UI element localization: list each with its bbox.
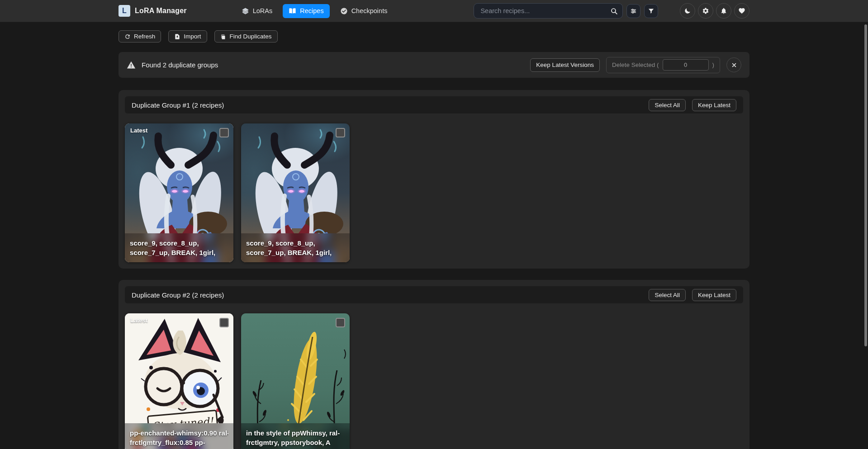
find-duplicates-label: Find Duplicates xyxy=(230,33,272,40)
settings-button[interactable] xyxy=(698,3,713,19)
delete-selected-label: Delete Selected ( xyxy=(612,61,659,68)
sliders-icon xyxy=(630,8,637,14)
group-header: Duplicate Group #1 (2 recipes) Select Al… xyxy=(125,96,743,113)
duplicates-alert-bar: Found 2 duplicate groups Keep Latest Ver… xyxy=(119,52,749,78)
duplicate-group-panel: Duplicate Group #2 (2 recipes) Select Al… xyxy=(119,280,749,449)
recipe-card[interactable]: Latest score_9, score_8_up, score_7_up, … xyxy=(125,123,233,262)
toolbar: Refresh Import Find Duplicates xyxy=(119,30,749,43)
duplicates-icon xyxy=(220,33,227,40)
refresh-label: Refresh xyxy=(134,33,155,40)
refresh-button[interactable]: Refresh xyxy=(119,30,161,43)
duplicate-group-panel: Duplicate Group #1 (2 recipes) Select Al… xyxy=(119,90,749,269)
tab-label: LoRAs xyxy=(253,7,273,14)
recipe-caption: score_9, score_8_up, score_7_up, BREAK, … xyxy=(241,233,350,262)
keep-latest-button[interactable]: Keep Latest xyxy=(692,289,736,301)
tab-label: Recipes xyxy=(300,7,323,14)
caption-line: pp-enchanted-whimsy:0.90 ral- xyxy=(130,429,228,438)
search-input[interactable] xyxy=(480,7,610,14)
search-box xyxy=(474,3,623,19)
close-icon xyxy=(731,62,737,68)
page-title: LoRA Manager xyxy=(135,7,187,15)
recipe-caption: score_9, score_8_up, score_7_up, BREAK, … xyxy=(125,233,233,262)
gear-icon xyxy=(702,7,709,14)
group-title: Duplicate Group #1 (2 recipes) xyxy=(132,101,224,109)
scrollbar[interactable] xyxy=(863,0,868,449)
topbar: L LoRA Manager LoRAs Recipes Checkpoints xyxy=(0,0,868,22)
file-import-icon xyxy=(174,33,180,40)
support-button[interactable] xyxy=(734,3,749,19)
recipe-card[interactable]: in the style of ppWhimsy, ral- frctlgmtr… xyxy=(241,313,350,449)
search-icon[interactable] xyxy=(610,7,618,15)
bell-icon xyxy=(720,7,727,14)
funnel-icon xyxy=(648,8,655,14)
card-checkbox[interactable] xyxy=(336,318,345,327)
keep-latest-versions-button[interactable]: Keep Latest Versions xyxy=(530,58,600,72)
app-logo: L xyxy=(119,5,130,17)
group-title: Duplicate Group #2 (2 recipes) xyxy=(132,291,224,299)
close-alert-button[interactable] xyxy=(726,57,741,72)
search-options-button[interactable] xyxy=(626,4,640,18)
caption-line: score_9, score_8_up, xyxy=(130,239,228,248)
nav-tabs: LoRAs Recipes Checkpoints xyxy=(236,4,394,18)
scrollbar-thumb[interactable] xyxy=(864,24,867,346)
refresh-icon xyxy=(124,33,131,40)
caption-line: in the style of ppWhimsy, ral- xyxy=(246,429,345,438)
recipe-caption: in the style of ppWhimsy, ral- frctlgmtr… xyxy=(241,423,350,449)
delete-selected-suffix: ) xyxy=(712,61,715,68)
latest-badge: Latest xyxy=(130,127,147,134)
card-checkbox[interactable] xyxy=(336,128,345,137)
caption-line: score_7_up, BREAK, 1girl, xyxy=(246,248,345,257)
layers-icon xyxy=(242,7,249,15)
caption-line: score_7_up, BREAK, 1girl, xyxy=(130,248,228,257)
caption-line: score_9, score_8_up, xyxy=(246,239,345,248)
card-checkbox[interactable] xyxy=(219,318,229,327)
group-header: Duplicate Group #2 (2 recipes) Select Al… xyxy=(125,286,743,303)
notifications-button[interactable] xyxy=(716,3,731,19)
select-all-button[interactable]: Select All xyxy=(649,289,686,301)
caption-line: frctlgmtry_flux:0.85 pp- xyxy=(130,438,228,447)
recipe-card[interactable]: Stay tuned! Latest pp-enchanted-whimsy:0… xyxy=(125,313,233,449)
warning-icon xyxy=(127,61,136,70)
import-button[interactable]: Import xyxy=(168,30,207,43)
keep-latest-button[interactable]: Keep Latest xyxy=(692,99,736,111)
tab-loras[interactable]: LoRAs xyxy=(236,4,279,18)
theme-toggle-button[interactable] xyxy=(680,3,695,19)
select-all-button[interactable]: Select All xyxy=(649,99,686,111)
check-circle-icon xyxy=(340,7,348,15)
brand: L LoRA Manager xyxy=(119,5,187,17)
heart-icon xyxy=(738,7,745,14)
tab-label: Checkpoints xyxy=(351,7,388,14)
moon-icon xyxy=(684,7,691,14)
selected-count-input[interactable] xyxy=(663,59,709,71)
tab-checkpoints[interactable]: Checkpoints xyxy=(334,4,394,18)
delete-selected-button[interactable]: Delete Selected ( ) xyxy=(606,57,720,73)
tab-recipes[interactable]: Recipes xyxy=(283,4,329,18)
caption-line: frctlgmtry, ppstorybook, A xyxy=(246,438,345,447)
import-label: Import xyxy=(184,33,201,40)
latest-badge: Latest xyxy=(130,317,147,324)
find-duplicates-button[interactable]: Find Duplicates xyxy=(214,30,278,43)
recipe-caption: pp-enchanted-whimsy:0.90 ral- frctlgmtry… xyxy=(125,423,233,449)
recipe-card[interactable]: score_9, score_8_up, score_7_up, BREAK, … xyxy=(241,123,350,262)
alert-message: Found 2 duplicate groups xyxy=(142,61,218,69)
card-checkbox[interactable] xyxy=(219,128,229,137)
book-icon xyxy=(289,7,296,15)
filter-button[interactable] xyxy=(644,4,658,18)
